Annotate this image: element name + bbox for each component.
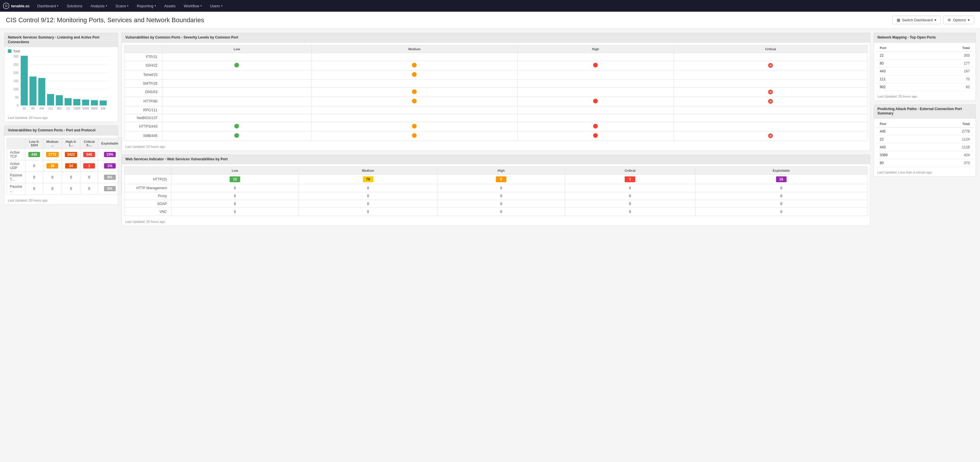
cell-critical: ✕ xyxy=(674,97,867,106)
chevron-down-icon: ▾ xyxy=(968,18,970,22)
table-row: SMB/445 ✕ xyxy=(124,131,867,140)
cell-low: 15 xyxy=(171,175,299,184)
table-row: Telnet/23 xyxy=(124,70,867,79)
chevron-down-icon: ▾ xyxy=(57,5,59,7)
cell-high xyxy=(517,70,674,79)
table-row: NetBIOS/137 xyxy=(124,114,867,122)
row-label: Active TCP xyxy=(7,149,25,160)
legend-color-box xyxy=(8,49,11,53)
vuln-by-ports-body: Low Medium High Critical FTP/21 xyxy=(122,43,870,143)
predicting-attack-updated: Last Updated: Less than a minute ago xyxy=(874,169,975,176)
nav-scans[interactable]: Scans ▾ xyxy=(112,0,132,12)
svg-text:443: 443 xyxy=(40,107,45,110)
cell-low xyxy=(162,122,312,131)
svg-text:50: 50 xyxy=(15,96,19,99)
total-value: 1118 xyxy=(925,143,973,151)
service-name: HTTP Management xyxy=(124,184,171,192)
cell-critical xyxy=(674,114,867,122)
cell-exploitable: 15% xyxy=(98,149,122,160)
table-header-row: Low Medium High Critical Exploitable xyxy=(124,167,867,175)
cell-medium xyxy=(311,79,517,87)
table-row: SMTP/25 xyxy=(124,79,867,87)
table-row: HTTP/80 ✕ xyxy=(124,97,867,106)
table-row: HTTPS/443 xyxy=(124,122,867,131)
col-header-critical: Critical xyxy=(565,167,695,175)
cell-medium: 0 xyxy=(299,200,437,208)
svg-rect-15 xyxy=(30,76,37,105)
cell-low xyxy=(162,53,312,61)
port-protocol-table: Low 0-1024 Medium ... High 0-1... Critic… xyxy=(7,138,122,194)
svg-rect-22 xyxy=(91,100,98,105)
cell-critical xyxy=(674,106,867,114)
svg-rect-14 xyxy=(21,56,28,105)
predicting-attack-title: Predicting Attack Paths - External Conne… xyxy=(874,105,975,119)
port-value: 902 xyxy=(876,83,923,91)
cell-critical: ✕ xyxy=(674,61,867,70)
total-value: 373 xyxy=(925,159,973,167)
nav-solutions[interactable]: Solutions xyxy=(63,0,86,12)
total-value: 303 xyxy=(923,51,973,59)
options-button[interactable]: ⚙ Options ▾ xyxy=(943,16,974,24)
cell-low xyxy=(162,106,312,114)
vuln-by-ports-title: Vulnerabilities by Common Ports - Severi… xyxy=(122,33,870,43)
middle-column: Vulnerabilities by Common Ports - Severi… xyxy=(122,33,870,226)
nav-workflow[interactable]: Workflow ▾ xyxy=(180,0,205,12)
network-mapping-table: Port Total 22 303 80 177 xyxy=(876,44,973,91)
cell-exploitable: 1% xyxy=(98,160,122,171)
cell-high: 0 xyxy=(438,184,565,192)
web-services-updated: Last Updated: 20 hours ago xyxy=(122,218,870,226)
main-content: Network Services Summary - Listening and… xyxy=(0,29,980,230)
port-value: 22 xyxy=(876,135,925,143)
col-header-low: Low 0-1024 xyxy=(25,138,43,149)
chevron-down-icon: ▾ xyxy=(200,5,202,7)
svg-rect-17 xyxy=(47,94,54,105)
page-header: CIS Control 9/12: Monitoring Ports, Serv… xyxy=(0,12,980,29)
gear-icon: ⚙ xyxy=(948,18,951,22)
grid-icon: ▦ xyxy=(897,18,900,22)
total-value: 2778 xyxy=(925,127,973,135)
svg-text:5989: 5989 xyxy=(83,107,89,110)
network-mapping-body: Port Total 22 303 80 177 xyxy=(874,43,975,93)
col-header-high: High 0-1... xyxy=(62,138,80,149)
col-header-high: High xyxy=(438,167,565,175)
network-mapping-title: Network Mapping - Top Open Ports xyxy=(874,33,975,43)
col-header-total: Total xyxy=(923,44,973,52)
svg-text:902: 902 xyxy=(57,107,62,110)
nav-assets[interactable]: Assets xyxy=(161,0,179,12)
legend-label: Total xyxy=(13,49,20,53)
chevron-down-icon: ▾ xyxy=(221,5,223,7)
cell-exploitable: 0% xyxy=(98,183,122,194)
cell-high: 9 xyxy=(438,175,565,184)
port-protocol-panel: Vulnerabilities by Common Ports - Port a… xyxy=(4,125,118,205)
cell-exploitable: 0 xyxy=(695,200,867,208)
cell-low xyxy=(162,61,312,70)
switch-dashboard-button[interactable]: ▦ Switch Dashboard ▾ xyxy=(892,16,941,24)
cell-high xyxy=(517,79,674,87)
cell-low xyxy=(162,70,312,79)
total-value: 177 xyxy=(923,59,973,67)
nav-reporting[interactable]: Reporting ▾ xyxy=(133,0,159,12)
svg-rect-16 xyxy=(38,78,45,105)
cell-medium xyxy=(311,70,517,79)
predicting-attack-table: Port Total 445 2778 22 1124 xyxy=(876,120,973,167)
port-value: 111 xyxy=(876,75,923,83)
nav-users[interactable]: Users ▾ xyxy=(207,0,226,12)
chart-svg: 300 250 200 150 100 50 0 xyxy=(8,55,114,113)
port-value: 3389 xyxy=(876,151,925,159)
cell-medium xyxy=(311,97,517,106)
left-column: Network Services Summary - Listening and… xyxy=(4,33,118,226)
table-row: 902 62 xyxy=(876,83,973,91)
svg-text:22: 22 xyxy=(22,107,26,110)
port-value: 80 xyxy=(876,59,923,67)
cell-critical: 0 xyxy=(565,208,695,216)
nav-analysis[interactable]: Analysis ▾ xyxy=(87,0,111,12)
table-header-row: Port Total xyxy=(876,44,973,52)
row-label: Active UDP xyxy=(7,160,25,171)
cell-medium: 0 xyxy=(299,208,437,216)
cell-medium xyxy=(311,122,517,131)
cell-high: 0 xyxy=(438,192,565,200)
table-row: 80 177 xyxy=(876,59,973,67)
cell-low: 0 xyxy=(171,208,299,216)
nav-dashboard[interactable]: Dashboard ▾ xyxy=(34,0,62,12)
svg-text:80: 80 xyxy=(31,107,35,110)
